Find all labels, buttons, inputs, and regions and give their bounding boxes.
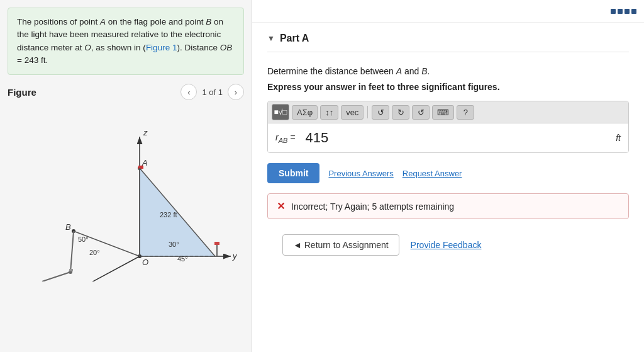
svg-text:45°: 45° <box>177 255 188 263</box>
toolbar-help-button[interactable]: ? <box>457 105 474 120</box>
part-toggle-icon[interactable]: ▼ <box>267 34 275 43</box>
figure-image: z y x A B O <box>8 105 243 281</box>
right-panel: ▼ Part A Determine the distance between … <box>252 0 644 352</box>
toolbar-separator <box>367 106 368 118</box>
toolbar-keyboard-button[interactable]: ⌨ <box>432 105 454 120</box>
toolbar-greek-button[interactable]: ΑΣφ <box>292 105 318 120</box>
feedback-text: Incorrect; Try Again; 5 attempts remaini… <box>291 202 454 212</box>
request-answer-button[interactable]: Request Answer <box>402 169 462 178</box>
svg-text:z: z <box>143 128 148 137</box>
svg-text:y: y <box>232 251 238 261</box>
math-input-field[interactable] <box>301 128 611 147</box>
figure-label: Figure <box>8 87 36 98</box>
math-label: rAB = <box>275 132 295 144</box>
provide-feedback-button[interactable]: Provide Feedback <box>411 240 482 250</box>
svg-text:50°: 50° <box>78 236 89 243</box>
previous-answers-button[interactable]: Previous Answers <box>328 169 393 178</box>
feedback-box: ✕ Incorrect; Try Again; 5 attempts remai… <box>267 193 629 219</box>
left-panel: The positions of point A on the flag pol… <box>0 0 252 352</box>
return-to-assignment-button[interactable]: ◄ Return to Assignment <box>282 234 399 256</box>
svg-line-24 <box>70 231 74 272</box>
bottom-bar: ◄ Return to Assignment Provide Feedback <box>267 234 629 256</box>
toolbar-reset-button[interactable]: ↺ <box>412 105 430 120</box>
submit-button[interactable]: Submit <box>267 163 319 183</box>
svg-text:232 ft: 232 ft <box>160 211 177 219</box>
svg-rect-27 <box>69 269 73 271</box>
unit-label: ft <box>616 133 621 143</box>
math-toolbar: ■√□ ΑΣφ ↕↑ vec ↺ ↻ ↺ ⌨ ? <box>268 101 628 123</box>
svg-text:O: O <box>142 258 148 267</box>
svg-text:30°: 30° <box>169 241 179 248</box>
toolbar-vec-button[interactable]: vec <box>341 105 364 120</box>
figure-next-button[interactable]: › <box>228 84 244 100</box>
figure-svg: z y x A B O <box>8 105 243 281</box>
part-title: Part A <box>280 33 309 44</box>
error-icon: ✕ <box>277 200 285 212</box>
top-bar <box>252 0 644 23</box>
part-section: ▼ Part A Determine the distance between … <box>252 23 644 266</box>
question-text: Determine the distance between A and B. <box>267 65 629 78</box>
svg-rect-29 <box>214 242 219 245</box>
svg-line-15 <box>74 231 140 256</box>
svg-text:B: B <box>65 222 71 232</box>
math-editor: ■√□ ΑΣφ ↕↑ vec ↺ ↻ ↺ ⌨ ? rAB = ft <box>267 101 629 153</box>
figure-link[interactable]: Figure 1 <box>146 43 177 52</box>
instruction-text: Express your answer in feet to three sig… <box>267 82 629 92</box>
problem-text-box: The positions of point A on the flag pol… <box>8 8 244 75</box>
grid-view-icon[interactable] <box>611 9 636 14</box>
figure-nav: ‹ 1 of 1 › <box>180 84 244 100</box>
toolbar-sqrt-button[interactable]: ■√□ <box>272 104 289 120</box>
svg-line-25 <box>42 272 70 281</box>
toolbar-redo-button[interactable]: ↻ <box>392 105 409 120</box>
action-row: Submit Previous Answers Request Answer <box>267 163 629 183</box>
figure-section: Figure ‹ 1 of 1 › <box>8 84 244 281</box>
math-input-row: rAB = ft <box>268 123 628 152</box>
problem-text: The positions of point A on the flag pol… <box>17 17 232 65</box>
figure-nav-count: 1 of 1 <box>202 88 223 97</box>
toolbar-arrows-button[interactable]: ↕↑ <box>320 105 338 120</box>
toolbar-undo-button[interactable]: ↺ <box>372 105 389 120</box>
figure-prev-button[interactable]: ‹ <box>180 84 197 100</box>
svg-text:20°: 20° <box>89 249 100 256</box>
svg-rect-10 <box>138 166 143 169</box>
part-header: ▼ Part A <box>267 33 629 52</box>
figure-header: Figure ‹ 1 of 1 › <box>8 84 244 100</box>
